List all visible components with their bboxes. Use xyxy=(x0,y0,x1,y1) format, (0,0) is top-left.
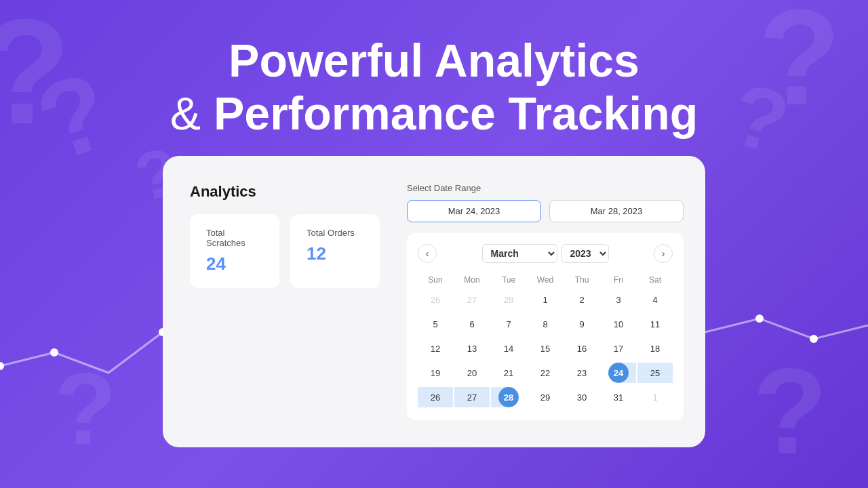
cal-day-3-5[interactable]: 24 xyxy=(601,361,636,385)
day-header-sun: Sun xyxy=(418,272,453,287)
cal-day-1-6[interactable]: 11 xyxy=(637,312,673,336)
cal-day-3-1[interactable]: 20 xyxy=(454,361,490,385)
cal-day-1-5[interactable]: 10 xyxy=(601,312,636,336)
month-select[interactable]: January February March April May June Ju… xyxy=(482,244,557,263)
day-header-sat: Sat xyxy=(637,272,673,287)
cal-day-1-3[interactable]: 8 xyxy=(528,312,563,336)
date-range-label: Select Date Range xyxy=(407,183,684,193)
calendar-body: 2627281234567891011121314151617181920212… xyxy=(418,287,673,409)
stat-value-scratches: 24 xyxy=(206,253,263,274)
left-panel: Analytics Total Scratches 24 Total Order… xyxy=(190,183,380,288)
calendar-week-1: 567891011 xyxy=(418,312,673,336)
prev-month-button[interactable]: ‹ xyxy=(418,244,437,263)
svg-point-8 xyxy=(810,335,818,343)
svg-point-7 xyxy=(0,362,4,370)
end-date-input[interactable] xyxy=(549,200,684,222)
cal-day-3-2[interactable]: 21 xyxy=(491,361,526,385)
cal-day-4-4[interactable]: 30 xyxy=(564,385,599,409)
day-header-fri: Fri xyxy=(601,272,636,287)
cal-day-3-4[interactable]: 23 xyxy=(564,361,599,385)
cal-day-4-1[interactable]: 27 xyxy=(454,385,490,409)
day-header-thu: Thu xyxy=(564,272,599,287)
calendar-header: ‹ January February March April May June … xyxy=(418,244,673,263)
cal-day-0-4[interactable]: 2 xyxy=(564,287,599,312)
cal-day-4-6[interactable]: 1 xyxy=(637,385,673,409)
cal-day-0-0[interactable]: 26 xyxy=(418,287,453,312)
header-line1: Powerful Analytics xyxy=(0,34,868,87)
cal-day-2-3[interactable]: 15 xyxy=(528,336,563,361)
analytics-title: Analytics xyxy=(190,183,380,201)
cal-day-4-3[interactable]: 29 xyxy=(528,385,563,409)
svg-point-6 xyxy=(755,314,764,323)
day-header-mon: Mon xyxy=(454,272,490,287)
stat-card-scratches: Total Scratches 24 xyxy=(190,214,279,288)
cal-day-3-3[interactable]: 22 xyxy=(528,361,563,385)
cal-day-2-0[interactable]: 12 xyxy=(418,336,453,361)
cal-day-2-1[interactable]: 13 xyxy=(454,336,490,361)
cal-day-1-4[interactable]: 9 xyxy=(564,312,599,336)
calendar-week-0: 2627281234 xyxy=(418,287,673,312)
cal-day-2-2[interactable]: 14 xyxy=(491,336,526,361)
stat-card-orders: Total Orders 12 xyxy=(290,214,380,288)
stat-label-orders: Total Orders xyxy=(307,228,363,238)
cal-day-3-6[interactable]: 25 xyxy=(637,361,673,385)
day-header-wed: Wed xyxy=(528,272,563,287)
cal-day-0-6[interactable]: 4 xyxy=(637,287,673,312)
cal-day-2-5[interactable]: 17 xyxy=(601,336,636,361)
stats-row: Total Scratches 24 Total Orders 12 xyxy=(190,214,380,288)
cal-day-1-2[interactable]: 7 xyxy=(491,312,526,336)
stat-label-scratches: Total Scratches xyxy=(206,228,263,248)
next-month-button[interactable]: › xyxy=(654,244,673,263)
date-inputs xyxy=(407,200,684,222)
header-line2: & Performance Tracking xyxy=(0,87,868,140)
svg-point-0 xyxy=(50,348,58,357)
right-panel: Select Date Range ‹ January February Mar… xyxy=(407,183,684,420)
cal-day-0-1[interactable]: 27 xyxy=(454,287,490,312)
cal-day-2-6[interactable]: 18 xyxy=(637,336,673,361)
stat-value-orders: 12 xyxy=(307,243,363,264)
header-ampersand: & xyxy=(170,87,214,139)
year-select[interactable]: 2021 2022 2023 2024 xyxy=(561,244,609,263)
calendar-week-3: 19202122232425 xyxy=(418,361,673,385)
calendar-grid: Sun Mon Tue Wed Thu Fri Sat xyxy=(418,272,673,287)
cal-day-4-0[interactable]: 26 xyxy=(418,385,453,409)
month-year-selector: January February March April May June Ju… xyxy=(482,244,609,263)
cal-day-3-0[interactable]: 19 xyxy=(418,361,453,385)
cal-day-0-5[interactable]: 3 xyxy=(601,287,636,312)
cal-day-4-5[interactable]: 31 xyxy=(601,385,636,409)
calendar-week-4: 2627282930311 xyxy=(418,385,673,409)
cal-day-0-2[interactable]: 28 xyxy=(491,287,526,312)
cal-day-1-0[interactable]: 5 xyxy=(418,312,453,336)
header-line2-bold: Performance Tracking xyxy=(214,87,698,139)
cal-day-1-1[interactable]: 6 xyxy=(454,312,490,336)
day-header-tue: Tue xyxy=(491,272,526,287)
calendar: ‹ January February March April May June … xyxy=(407,233,684,420)
calendar-week-2: 12131415161718 xyxy=(418,336,673,361)
cal-day-2-4[interactable]: 16 xyxy=(564,336,599,361)
start-date-input[interactable] xyxy=(407,200,541,222)
header: Powerful Analytics & Performance Trackin… xyxy=(0,34,868,140)
main-card: Analytics Total Scratches 24 Total Order… xyxy=(163,156,705,447)
cal-day-4-2[interactable]: 28 xyxy=(491,385,526,409)
cal-day-0-3[interactable]: 1 xyxy=(528,287,563,312)
